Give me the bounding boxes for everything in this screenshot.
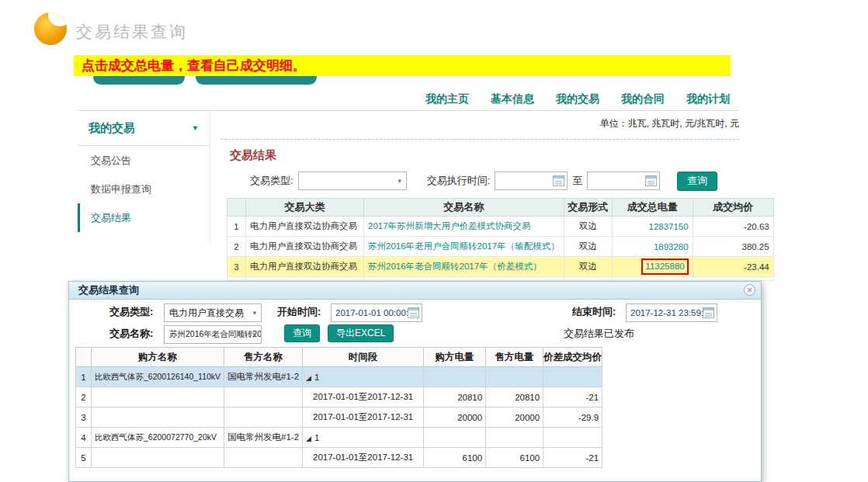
trade-result-dialog: 交易结果查询 ✕ 交易类型: 电力用户直接交易 ▼ 开始时间: 2017-01-… — [68, 281, 762, 482]
sidebar-item-trade-notices[interactable]: 交易公告 — [78, 146, 210, 175]
slide-title: 交易结果查询 — [76, 21, 188, 43]
chevron-down-icon: ▼ — [397, 178, 403, 185]
nav-item-my-contracts[interactable]: 我的合同 — [621, 92, 665, 106]
chevron-down-icon: ▼ — [252, 310, 258, 317]
calendar-icon[interactable] — [408, 307, 419, 318]
cell-index: 2 — [227, 237, 246, 257]
table-row-group: 1 比欧西气体苏_6200126140_110kV 国电常州发电#1-2 ◢1 — [76, 367, 602, 387]
col-header: 成交均价 — [693, 199, 773, 217]
dialog-trade-type-label: 交易类型: — [109, 303, 153, 321]
sidebar: 我的交易 ▼ 交易公告 数据申报查询 交易结果 — [78, 111, 210, 244]
dashed-divider — [220, 139, 739, 140]
cell-index: 1 — [227, 217, 246, 237]
top-nav: 我的主页 基本信息 我的交易 我的合同 我的计划 — [425, 92, 730, 106]
dialog-end-time-label: 结束时间: — [572, 303, 616, 321]
cell-sell-volume: 6100 — [486, 448, 543, 468]
nav-item-my-trades[interactable]: 我的交易 — [556, 92, 599, 106]
cell-form: 双边 — [564, 257, 612, 277]
cell-price: -21 — [543, 387, 602, 407]
cell-index: 1 — [76, 367, 92, 387]
nav-item-home[interactable]: 我的主页 — [425, 92, 469, 106]
callout-text: 点击成交总电量，查看自己成交明细。 — [74, 57, 306, 75]
sidebar-item-data-declaration-query[interactable]: 数据申报查询 — [78, 175, 210, 203]
exec-time-label: 交易执行时间: — [427, 174, 491, 188]
cell-price: -21 — [543, 448, 602, 468]
calendar-icon[interactable] — [553, 175, 564, 186]
col-header: 时间段 — [303, 348, 424, 367]
nav-item-my-plans[interactable]: 我的计划 — [686, 92, 730, 106]
dialog-search-button[interactable]: 查询 — [284, 324, 320, 342]
exec-time-start-input[interactable] — [495, 172, 568, 190]
cell-total-volume[interactable]: 1893280 — [612, 237, 693, 257]
sidebar-item-trade-results[interactable]: 交易结果 — [78, 203, 210, 232]
dialog-trade-type-select[interactable]: 电力用户直接交易 ▼ — [164, 303, 262, 322]
cell-index: 3 — [227, 257, 246, 277]
sidebar-header-my-trades[interactable]: 我的交易 ▼ — [78, 111, 210, 146]
col-header: 交易大类 — [246, 199, 364, 217]
cell-category: 电力用户直接双边协商交易 — [246, 237, 364, 257]
calendar-icon[interactable] — [703, 307, 714, 318]
dialog-trade-name-label: 交易名称: — [109, 324, 153, 343]
table-row: 5 2017-01-01至2017-12-31 6100 6100 -21 — [76, 448, 602, 468]
cell-trade-name-link[interactable]: 苏州2016年老合同顺转2017年（价差模式） — [364, 257, 564, 277]
table-row: 2 2017-01-01至2017-12-31 20810 20810 -21 — [76, 387, 602, 407]
cell-seller — [224, 448, 303, 468]
trade-type-label: 交易类型: — [250, 174, 293, 188]
slide-logo-icon — [34, 12, 67, 45]
col-header: 交易名称 — [364, 199, 564, 217]
cell-seller — [224, 407, 303, 428]
cell-period: 2017-01-01至2017-12-31 — [303, 387, 424, 407]
export-excel-button[interactable]: 导出EXCEL — [328, 324, 394, 342]
dialog-trade-name-select[interactable]: 苏州2016年老合同顺转20 ▼ — [164, 325, 262, 344]
cell-price: -29.9 — [543, 407, 602, 428]
nav-item-basic-info[interactable]: 基本信息 — [491, 92, 534, 106]
cell-sell-volume: 20810 — [486, 387, 543, 407]
table-row: 1 电力用户直接双边协商交易 2017年苏州新增大用户价差模式协商交易 双边 1… — [227, 217, 774, 237]
dialog-start-time-input[interactable]: 2017-01-01 00:00:00 — [331, 303, 422, 322]
table-row: 3 2017-01-01至2017-12-31 20000 20000 -29.… — [76, 407, 602, 428]
cell-index: 5 — [76, 448, 92, 468]
dialog-detail-table: 购方名称 售方名称 时间段 购方电量 售方电量 价差成交均价 1 比欧西气体苏_… — [75, 347, 602, 468]
col-header: 交易形式 — [564, 199, 612, 217]
cell-total-volume[interactable]: 12837150 — [612, 217, 693, 237]
calendar-icon[interactable] — [645, 175, 657, 186]
cell-seller — [224, 387, 303, 407]
expand-icon[interactable]: ◢ — [306, 435, 311, 442]
cell-sell-volume: 20000 — [486, 407, 543, 428]
to-label: 至 — [572, 174, 582, 188]
exec-time-end-input[interactable] — [587, 172, 660, 190]
main-filter-bar: 交易类型: ▼ 交易执行时间: 至 查询 — [250, 171, 717, 191]
expand-icon[interactable]: ◢ — [306, 374, 311, 382]
cell-buyer — [92, 448, 224, 468]
col-header: 购方电量 — [424, 348, 486, 367]
cell-period: 2017-01-01至2017-12-31 — [303, 407, 424, 428]
chevron-down-icon: ▼ — [192, 124, 199, 132]
cell-avg-price: -20.63 — [693, 217, 773, 237]
table-row-highlighted: 3 电力用户直接双边协商交易 苏州2016年老合同顺转2017年（价差模式） 双… — [227, 257, 774, 277]
cell-trade-name-link[interactable]: 2017年苏州新增大用户价差模式协商交易 — [364, 217, 564, 237]
cell-index: 3 — [76, 407, 92, 428]
search-button[interactable]: 查询 — [677, 172, 717, 191]
table-row-partial — [227, 277, 774, 281]
col-header-index — [227, 199, 246, 217]
units-note: 单位：兆瓦, 兆瓦时, 元/兆瓦时, 元 — [600, 117, 739, 130]
table-header-row: 购方名称 售方名称 时间段 购方电量 售方电量 价差成交均价 — [76, 348, 602, 367]
cell-buyer: 比欧西气体苏_6200126140_110kV — [92, 367, 224, 387]
cell-category: 电力用户直接双边协商交易 — [246, 257, 364, 277]
cell-trade-name-link[interactable]: 苏州2016年老用户合同顺转2017年（输配模式） — [364, 237, 564, 257]
annotation-red-box[interactable]: 11325880 — [641, 258, 688, 275]
cell-index: 4 — [76, 428, 92, 448]
close-icon[interactable]: ✕ — [744, 284, 755, 296]
table-row: 2 电力用户直接双边协商交易 苏州2016年老用户合同顺转2017年（输配模式）… — [227, 237, 774, 257]
sidebar-header-label: 我的交易 — [89, 121, 135, 136]
section-title: 交易结果 — [230, 148, 276, 163]
cell-total-volume[interactable]: 11325880 — [612, 257, 693, 277]
cell-buyer: 比欧西气体苏_6200072770_20kV — [92, 428, 224, 448]
trade-type-select[interactable]: ▼ — [298, 172, 407, 190]
cell-category: 电力用户直接双边协商交易 — [246, 217, 364, 237]
dialog-end-time-input[interactable]: 2017-12-31 23:59:59 — [626, 303, 717, 322]
table-row-group: 4 比欧西气体苏_6200072770_20kV 国电常州发电#1-2 ◢1 — [76, 428, 602, 448]
cell-buy-volume: 6100 — [424, 448, 486, 468]
cell-seller: 国电常州发电#1-2 — [224, 428, 303, 448]
cell-buyer — [92, 387, 224, 407]
